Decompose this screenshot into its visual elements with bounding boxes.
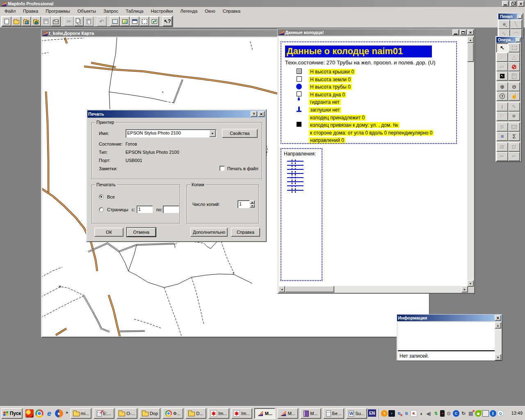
- new-mapper-button[interactable]: [120, 16, 130, 26]
- zoom-out-tool[interactable]: ⊖: [508, 82, 520, 91]
- internet-explorer-icon[interactable]: e: [45, 409, 53, 418]
- usb-device-tray-icon[interactable]: ↯: [433, 410, 439, 417]
- info-scrollbar[interactable]: ▲ ▼: [495, 322, 501, 361]
- line-tool[interactable]: ╲: [510, 20, 522, 29]
- menu-таблица[interactable]: Таблица: [122, 8, 147, 14]
- taskbar-task-2[interactable]: E:...: [94, 408, 114, 419]
- info-record-list[interactable]: [398, 322, 495, 351]
- label-tool[interactable]: ✎: [508, 102, 520, 112]
- radius-select-tool[interactable]: ○: [496, 52, 508, 62]
- print-button[interactable]: [51, 16, 61, 26]
- messenger-question-tray-icon[interactable]: ?: [381, 410, 388, 417]
- print-dialog-titlebar[interactable]: Печать ? ×: [87, 110, 265, 118]
- pages-from-input[interactable]: 1: [137, 205, 153, 213]
- network-tray-icon[interactable]: ⧉: [403, 410, 410, 417]
- menu-запрос[interactable]: Запрос: [100, 8, 122, 14]
- show-legend[interactable]: ≡: [496, 132, 508, 141]
- copy-button[interactable]: [74, 16, 84, 26]
- phone-device-tray-icon[interactable]: ▪: [440, 410, 445, 417]
- polygon-select-tool[interactable]: △: [508, 52, 520, 62]
- taskbar-task-9[interactable]: M...: [254, 408, 275, 419]
- power-tray-icon[interactable]: ⊙: [445, 410, 452, 417]
- info-close-button[interactable]: ×: [495, 315, 501, 321]
- well-layout-canvas[interactable]: Данные о колодце naim01 Техн.состояние: …: [278, 37, 468, 287]
- change-view-tool[interactable]: ?: [496, 91, 508, 101]
- chrome-icon[interactable]: [35, 409, 43, 418]
- scroll-up-button[interactable]: ▲: [467, 37, 474, 43]
- print-close-button[interactable]: ×: [258, 111, 265, 117]
- print-all-radio[interactable]: [99, 194, 104, 199]
- sync-tray-icon[interactable]: ↻: [460, 410, 467, 417]
- scroll-left-button[interactable]: ◄: [278, 286, 285, 292]
- well-minimize-button[interactable]: [452, 30, 459, 35]
- well-horizontal-scrollbar[interactable]: ◄ ►: [278, 286, 468, 292]
- print-pages-radio[interactable]: [99, 207, 104, 212]
- scroll-right-button[interactable]: ►: [461, 286, 468, 292]
- taskbar-task-6[interactable]: D...: [185, 408, 206, 419]
- night-mode-tray-icon[interactable]: ◗: [388, 410, 395, 417]
- info-window-titlebar[interactable]: Информация ×: [397, 315, 502, 321]
- boundary-select-tool[interactable]: ▱: [496, 62, 508, 71]
- satellite-dish-tray-icon[interactable]: ◖: [418, 410, 425, 417]
- save-table-button[interactable]: [41, 16, 51, 26]
- select-tool[interactable]: ↖: [496, 43, 508, 52]
- start-button[interactable]: Пуск: [1, 408, 23, 419]
- close-button[interactable]: ×: [518, 1, 524, 7]
- combo-dropdown-button[interactable]: ▼: [209, 130, 216, 137]
- well-window-titlebar[interactable]: Данные колодца! ×: [278, 29, 475, 36]
- menu-программы[interactable]: Программы: [42, 8, 73, 14]
- advanced-button[interactable]: Дополнительно: [190, 228, 228, 237]
- language-indicator[interactable]: EN: [368, 409, 376, 417]
- zoom-in-tool[interactable]: ⊕: [496, 82, 508, 91]
- operations-toolbar-titlebar[interactable]: Опера... ×: [496, 37, 521, 43]
- taskbar-task-13[interactable]: WSu...: [346, 408, 367, 419]
- new-layout-button[interactable]: [139, 16, 149, 26]
- taskbar-task-1[interactable]: mi...: [71, 408, 91, 419]
- cut-button[interactable]: ✂: [64, 16, 74, 26]
- taskbar-task-7[interactable]: ✱Im...: [208, 408, 229, 419]
- help-button[interactable]: Справка: [231, 228, 260, 237]
- cancel-button[interactable]: Отмена: [127, 228, 156, 237]
- menu-настройки[interactable]: Настройки: [147, 8, 177, 14]
- help-context-button[interactable]: ↖?: [162, 16, 172, 26]
- nvidia-tray-icon[interactable]: ◉: [475, 410, 482, 417]
- open-workspace-button[interactable]: [21, 16, 31, 26]
- pan-tool[interactable]: ☝: [508, 91, 520, 101]
- display-settings-tray-icon[interactable]: [482, 410, 489, 417]
- open-dbms-button[interactable]: [31, 16, 41, 26]
- ruler-tool[interactable]: 1.3: [508, 122, 520, 132]
- taskbar-task-10[interactable]: M...: [277, 408, 298, 419]
- open-table-button[interactable]: [11, 16, 21, 26]
- printer-name-combobox[interactable]: EPSON Stylus Photo 2100 ▼: [126, 129, 217, 138]
- pages-to-input[interactable]: [163, 205, 179, 213]
- graph-select-tool[interactable]: T: [508, 71, 520, 81]
- bluetooth-tray-icon[interactable]: ᛒ: [490, 410, 496, 417]
- new-table-button[interactable]: [2, 16, 11, 26]
- marquee-select-tool[interactable]: [508, 43, 520, 52]
- assign-selected-objects[interactable]: ⊟: [508, 142, 520, 152]
- copies-spinner[interactable]: ▲ ▼: [250, 200, 255, 208]
- restore-button[interactable]: [510, 1, 516, 7]
- copies-input[interactable]: 1: [237, 200, 250, 208]
- volume-tray-icon[interactable]: ◀): [425, 410, 432, 417]
- horizontal-scroll-thumb[interactable]: [285, 286, 334, 292]
- well-close-button[interactable]: ×: [467, 30, 474, 35]
- minimize-button[interactable]: [502, 1, 509, 7]
- quick-launch-overflow-chevron[interactable]: »: [66, 410, 68, 415]
- clip-region-onoff[interactable]: ✂: [496, 152, 508, 161]
- drag-map-window-tool[interactable]: ⚐: [496, 112, 508, 121]
- info-scroll-down-button[interactable]: ▼: [495, 354, 501, 361]
- hotlink-tool[interactable]: ✱: [508, 112, 520, 121]
- pencil-toolbar-titlebar[interactable]: Пенал ×: [498, 14, 523, 19]
- print-to-file-checkbox[interactable]: [219, 166, 225, 171]
- operations-toolbar-close-icon[interactable]: ×: [516, 38, 520, 42]
- network-offline-tray-icon[interactable]: ⧉✕: [396, 410, 402, 417]
- set-clip-region[interactable]: ✂: [508, 152, 520, 161]
- spin-up-button[interactable]: ▲: [250, 200, 255, 204]
- info-scroll-up-button[interactable]: ▲: [495, 322, 501, 329]
- layer-control[interactable]: ≣: [496, 122, 508, 132]
- kaspersky-tray-icon[interactable]: K: [411, 410, 417, 417]
- cpu-meter-tray-icon[interactable]: C: [453, 410, 459, 417]
- printer-error-tray-icon[interactable]: ▤✕: [468, 410, 474, 417]
- taskbar-task-4[interactable]: Dop: [139, 408, 160, 419]
